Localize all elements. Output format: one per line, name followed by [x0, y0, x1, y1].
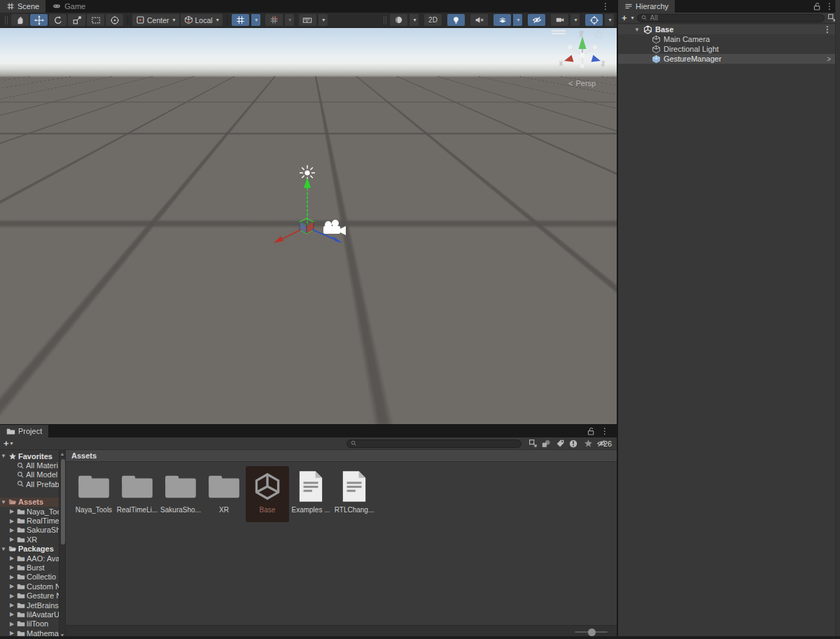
project-search-input[interactable] [360, 440, 517, 447]
lock-icon[interactable] [587, 427, 596, 436]
tab-hierarchy[interactable]: Hierarchy [618, 0, 675, 13]
asset-tile-base-scene[interactable]: Base [246, 466, 289, 522]
effects-toggle-button[interactable] [493, 14, 511, 26]
perspective-toggle[interactable]: < Persp [568, 79, 596, 87]
tree-item-sakurash[interactable]: ▶ SakuraSh [0, 526, 59, 535]
collapsed-arrow-icon[interactable]: ▶ [8, 621, 15, 627]
collapsed-arrow-icon[interactable]: ▶ [8, 518, 15, 524]
effects-dropdown[interactable]: ▾ [513, 14, 522, 26]
prefab-open-chevron-icon[interactable]: > [827, 55, 831, 63]
expand-arrow-icon[interactable]: ▼ [0, 499, 7, 505]
asset-tile-sakurasho[interactable]: SakuraSho... [159, 466, 202, 522]
overlay-menu-icon[interactable] [552, 30, 566, 34]
tree-item-packages[interactable]: ▼ Packages [0, 545, 59, 554]
tree-item-naya-tools[interactable]: ▶ Naya_Tools [0, 507, 59, 516]
add-object-button[interactable]: + [622, 13, 627, 23]
tree-item-lilavatar[interactable]: ▶ lilAvatarU [0, 610, 59, 619]
overlay-lock-icon[interactable] [596, 30, 602, 37]
scale-tool-button[interactable] [68, 14, 85, 26]
axis-y-cone[interactable] [579, 36, 587, 49]
search-by-label-button[interactable] [556, 439, 565, 448]
hierarchy-kebab-icon[interactable]: ⋮ [825, 2, 834, 10]
tree-item-jetbrains[interactable]: ▶ JetBrains [0, 601, 59, 610]
tree-item-realtime[interactable]: ▶ RealTime [0, 516, 59, 525]
snap-settings-dropdown[interactable]: ▾ [285, 14, 294, 26]
hierarchy-row-scene[interactable]: ▼ Base ⋮ [618, 24, 835, 34]
favorites-filter-button[interactable] [584, 439, 593, 448]
draw-mode-dropdown[interactable] [390, 14, 407, 26]
tree-item-all-models[interactable]: All Model [0, 470, 59, 479]
collapsed-arrow-icon[interactable]: ▶ [8, 564, 15, 570]
lighting-toggle-button[interactable] [447, 14, 465, 26]
project-searchbar[interactable] [346, 440, 522, 448]
tab-project[interactable]: Project [0, 425, 48, 437]
expand-arrow-icon[interactable]: ▼ [634, 27, 640, 33]
hierarchy-row-main-camera[interactable]: Main Camera [618, 34, 835, 44]
main-camera-gizmo[interactable] [323, 220, 346, 235]
grid-visibility-button[interactable] [232, 14, 249, 26]
tree-item-aao[interactable]: ▶ AAO: Ava [0, 554, 59, 563]
camera-settings-dropdown[interactable]: ▾ [570, 14, 580, 26]
rotate-tool-button[interactable] [49, 14, 66, 26]
tab-game[interactable]: Game [46, 0, 92, 13]
scene-visibility-button[interactable] [528, 14, 545, 26]
audio-toggle-button[interactable] [470, 14, 488, 26]
collapsed-arrow-icon[interactable]: ▶ [8, 508, 15, 514]
scroll-up-icon[interactable]: ▲ [59, 451, 65, 456]
scene-kebab-icon[interactable]: ⋮ [601, 2, 610, 10]
transform-tool-button[interactable] [106, 14, 123, 26]
hand-tool-button[interactable] [11, 14, 29, 26]
asset-tile-examples[interactable]: Examples ... [289, 466, 332, 522]
toolbar-drag-handle[interactable] [384, 16, 386, 24]
collapsed-arrow-icon[interactable]: ▶ [8, 602, 15, 608]
collapsed-arrow-icon[interactable]: ▶ [8, 536, 15, 542]
asset-tile-rtlchang[interactable]: RTLChang... [332, 466, 376, 522]
toolbar-drag-handle[interactable] [5, 16, 8, 24]
scene-kebab-icon[interactable]: ⋮ [823, 25, 832, 34]
gizmos-toggle-button[interactable] [585, 14, 603, 26]
collapsed-arrow-icon[interactable]: ▶ [8, 593, 15, 599]
search-by-type-button[interactable] [541, 439, 551, 449]
tree-item-collections[interactable]: ▶ Collectio [0, 573, 59, 582]
tree-item-burst[interactable]: ▶ Burst [0, 563, 59, 572]
move-gizmo-y-axis[interactable] [304, 178, 311, 224]
tree-item-gesture[interactable]: ▶ Gesture N [0, 591, 59, 600]
add-asset-button[interactable]: + [4, 438, 9, 449]
expand-arrow-icon[interactable]: ▼ [0, 546, 7, 552]
pivot-mode-dropdown[interactable]: Center ▾ [132, 14, 179, 26]
camera-settings-button[interactable] [551, 14, 568, 26]
scrollbar-thumb[interactable] [61, 459, 65, 545]
rect-tool-button[interactable] [87, 14, 104, 26]
asset-tile-xr[interactable]: XR [202, 466, 246, 522]
snap-settings-button[interactable] [265, 14, 283, 26]
asset-tile-naya-tools[interactable]: Naya_Tools [72, 466, 115, 522]
move-gizmo-x-axis[interactable] [274, 230, 301, 243]
move-gizmo-center[interactable] [300, 218, 314, 234]
scene-viewport[interactable]: y x z < Persp [0, 28, 617, 424]
collapsed-arrow-icon[interactable]: ▶ [8, 583, 15, 589]
tree-item-all-prefabs[interactable]: All Prefab [0, 479, 59, 489]
assets-breadcrumb[interactable]: Assets [66, 450, 617, 462]
snap-increment-button[interactable] [299, 14, 316, 26]
project-tree-scrollbar[interactable]: ▲ ▼ [59, 450, 66, 639]
add-asset-dropdown-icon[interactable]: ▾ [10, 440, 13, 447]
slider-thumb[interactable] [588, 629, 596, 636]
snap-increment-dropdown[interactable]: ▾ [318, 14, 328, 26]
tree-item-favorites[interactable]: ▼ Favorites [0, 451, 59, 461]
axis-x-cone[interactable] [564, 55, 574, 62]
hierarchy-row-directional-light[interactable]: Directional Light [618, 44, 835, 54]
add-object-dropdown-icon[interactable]: ▾ [631, 15, 634, 21]
2d-mode-button[interactable]: 2D [424, 14, 442, 26]
project-kebab-icon[interactable]: ⋮ [601, 427, 609, 435]
grid-visibility-dropdown[interactable]: ▾ [251, 14, 260, 26]
collapsed-arrow-icon[interactable]: ▶ [8, 630, 15, 636]
tree-item-assets[interactable]: ▼ Assets [0, 498, 59, 507]
collapsed-arrow-icon[interactable]: ▶ [8, 527, 15, 533]
tab-scene[interactable]: Scene [0, 0, 46, 13]
draw-mode-arrow[interactable]: ▾ [410, 14, 419, 26]
gizmos-dropdown[interactable]: ▾ [605, 14, 614, 26]
tree-item-custom[interactable]: ▶ Custom N [0, 582, 59, 591]
collapsed-arrow-icon[interactable]: ▶ [8, 555, 15, 561]
axis-z-cone[interactable] [592, 55, 601, 62]
hierarchy-row-gesturemanager[interactable]: GestureManager > [618, 54, 835, 64]
